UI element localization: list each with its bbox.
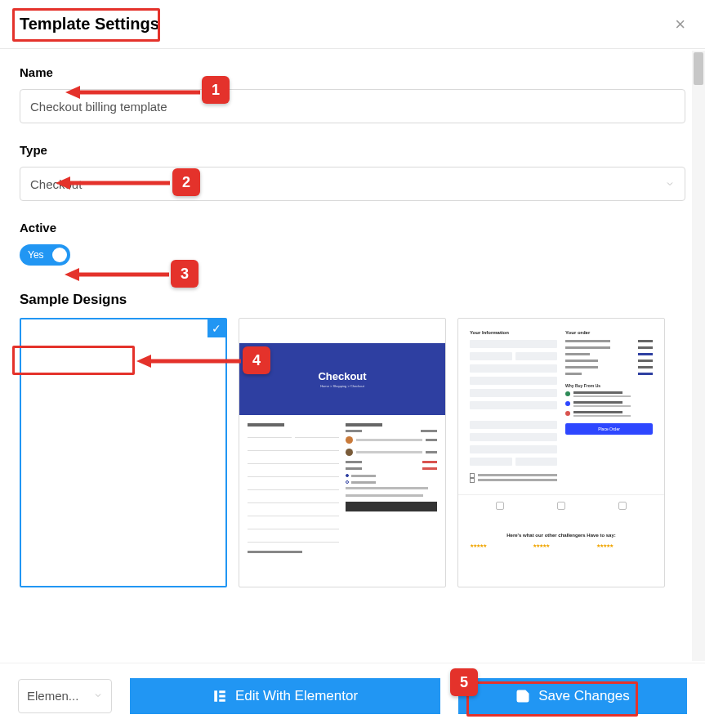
modal-title: Template Settings xyxy=(20,15,159,33)
toggle-knob xyxy=(52,248,67,262)
save-button-label: Save Changes xyxy=(538,688,630,704)
preview-body: Your Information xyxy=(458,319,664,489)
save-changes-button[interactable]: Save Changes xyxy=(458,678,687,714)
design-card-3[interactable]: Your Information xyxy=(457,318,665,587)
type-select-value: Checkout xyxy=(30,177,82,191)
elementor-icon xyxy=(212,689,227,703)
chevron-down-icon xyxy=(665,177,675,191)
sample-designs-title: Sample Designs xyxy=(20,292,127,308)
svg-rect-0 xyxy=(214,690,217,702)
svg-rect-1 xyxy=(219,690,225,693)
builder-select[interactable]: Elemen... xyxy=(18,679,112,713)
design-card-1[interactable]: ✓ xyxy=(20,318,227,587)
builder-select-value: Elemen... xyxy=(27,689,93,703)
name-label: Name xyxy=(20,65,685,79)
preview-body xyxy=(239,415,445,561)
active-label: Active xyxy=(20,221,685,234)
design-card-2[interactable]: Checkout Home > Shopping > Checkout xyxy=(239,318,446,587)
toggle-text: Yes xyxy=(28,249,44,261)
save-icon xyxy=(515,689,530,703)
name-input[interactable] xyxy=(20,89,685,123)
svg-rect-2 xyxy=(219,695,225,697)
preview-hero: Checkout Home > Shopping > Checkout xyxy=(239,343,445,415)
type-label: Type xyxy=(20,143,685,157)
chevron-down-icon xyxy=(93,689,103,703)
edit-button-label: Edit With Elementor xyxy=(235,688,358,704)
svg-rect-3 xyxy=(219,699,225,701)
close-icon[interactable]: × xyxy=(675,16,685,33)
active-toggle[interactable]: Yes xyxy=(20,244,70,266)
edit-with-elementor-button[interactable]: Edit With Elementor xyxy=(130,678,440,714)
check-icon: ✓ xyxy=(207,319,225,337)
type-select[interactable]: Checkout xyxy=(20,167,685,201)
